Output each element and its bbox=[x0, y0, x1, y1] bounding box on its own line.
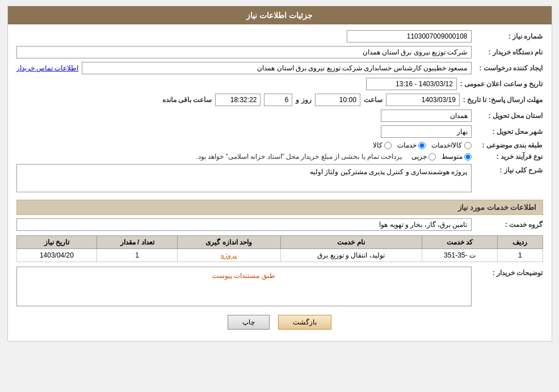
category-kala-khadamat-radio[interactable] bbox=[464, 142, 472, 149]
buyer-notes-row: توضیحات خریدار : طبق مستندات پیوست bbox=[16, 267, 543, 306]
cell-service-code: ت -35-351 bbox=[422, 249, 498, 262]
service-group-label: گروه خدمت : bbox=[475, 221, 543, 229]
announce-label: تاریخ و ساعت اعلان عمومی : bbox=[460, 80, 543, 88]
page-header: جزئیات اطلاعات نیاز bbox=[8, 6, 552, 24]
purchase-type-jozi-radio[interactable] bbox=[428, 153, 436, 161]
purchase-type-radio-group: متوسط جزیی bbox=[411, 153, 472, 161]
buyer-notes-label: توضیحات خریدار : bbox=[475, 267, 543, 277]
purchase-type-motavaset-label: متوسط bbox=[442, 153, 463, 161]
buyer-notes-box: طبق مستندات پیوست bbox=[16, 267, 472, 306]
purchase-type-motavaset-radio[interactable] bbox=[464, 153, 472, 161]
announce-value: 1403/03/12 - 13:16 bbox=[366, 78, 457, 90]
page-title: جزئیات اطلاعات نیاز bbox=[246, 11, 313, 20]
col-qty: تعداد / مقدار bbox=[97, 236, 178, 249]
delivery-province-row: استان محل تحویل : همدان bbox=[16, 109, 543, 122]
buyer-notes-placeholder-text: طبق مستندات پیوست bbox=[19, 269, 469, 282]
category-kala-khadamat-label: کالا/خدمات bbox=[431, 141, 462, 149]
delivery-province-value: همدان bbox=[381, 109, 472, 122]
expire-row: مهلت ارسال پاسخ: تا تاریخ : 1403/03/19 س… bbox=[16, 94, 543, 106]
need-number-label: شماره نیاز : bbox=[475, 32, 543, 40]
services-table-section: ردیف کد خدمت نام خدمت واحد اندازه گیری ت… bbox=[16, 235, 543, 262]
table-row: 1ت -35-351تولید، انتقال و توزیع برقپروژه… bbox=[16, 249, 543, 262]
services-table: ردیف کد خدمت نام خدمت واحد اندازه گیری ت… bbox=[16, 235, 543, 262]
description-textarea[interactable] bbox=[16, 164, 472, 192]
need-number-value: 1103007009000108 bbox=[347, 30, 472, 43]
col-unit: واحد اندازه گیری bbox=[178, 236, 281, 249]
category-khadamat[interactable]: خدمات bbox=[397, 141, 426, 149]
purchase-type-row: نوع فرآیند خرید : متوسط جزیی پرداخت تمام… bbox=[16, 153, 543, 161]
creator-name-value: مسعود خطیبون کارشناس حسابداری شرکت توزیع… bbox=[82, 62, 471, 74]
purchase-type-label: نوع فرآیند خرید : bbox=[475, 153, 543, 161]
need-number-row: شماره نیاز : 1103007009000108 bbox=[16, 30, 543, 43]
category-khadamat-radio[interactable] bbox=[418, 142, 426, 149]
expire-days-value: 6 bbox=[264, 94, 292, 106]
button-row: بازگشت چاپ bbox=[16, 315, 543, 330]
announcement-row: تاریخ و ساعت اعلان عمومی : 1403/03/12 - … bbox=[16, 78, 543, 90]
creator-contact-link[interactable]: اطلاعات تماس خریدار bbox=[16, 64, 79, 72]
description-label: شرح کلی نیاز : bbox=[475, 164, 543, 174]
expire-clock-value: 18:32:22 bbox=[215, 94, 260, 106]
purchase-type-jozi[interactable]: جزیی bbox=[411, 153, 436, 161]
delivery-province-label: استان محل تحویل : bbox=[475, 112, 543, 120]
main-container: جزئیات اطلاعات نیاز شماره نیاز : 1103007… bbox=[7, 6, 552, 342]
purchase-type-note: پرداخت تمام یا بخشی از مبلغ خریدار محل "… bbox=[196, 153, 402, 161]
buyer-notes-content: طبق مستندات پیوست bbox=[16, 267, 472, 306]
category-label: طبقه بندی موضوعی : bbox=[475, 141, 543, 149]
category-khadamat-label: خدمات bbox=[397, 141, 417, 149]
delivery-city-label: شهر محل تحویل : bbox=[475, 128, 543, 136]
col-date: تاریخ نیاز bbox=[16, 236, 97, 249]
purchase-type-jozi-label: جزیی bbox=[411, 153, 427, 161]
col-service-code: کد خدمت bbox=[422, 236, 498, 249]
category-kala[interactable]: کالا bbox=[373, 141, 392, 149]
content-area: شماره نیاز : 1103007009000108 نام دستگاه… bbox=[8, 24, 552, 341]
delivery-city-row: شهر محل تحویل : بهار bbox=[16, 125, 543, 138]
services-section-title: اطلاعات خدمات مورد نیاز bbox=[16, 200, 543, 215]
category-row: طبقه بندی موضوعی : کالا/خدمات خدمات کالا bbox=[16, 141, 543, 149]
back-button[interactable]: بازگشت bbox=[278, 315, 331, 330]
service-group-row: گروه خدمت : تامین برق، گاز، بخار و تهویه… bbox=[16, 218, 543, 231]
expire-days-label: روز و bbox=[296, 96, 311, 104]
expire-time-label: ساعت bbox=[364, 96, 383, 104]
creator-label: ایجاد کننده درخواست : bbox=[475, 64, 543, 72]
buyer-org-label: نام دستگاه خریدار : bbox=[475, 48, 543, 56]
expire-label: مهلت ارسال پاسخ: تا تاریخ : bbox=[463, 96, 543, 104]
creator-row: ایجاد کننده درخواست : مسعود خطیبون کارشن… bbox=[16, 62, 543, 74]
cell-qty: 1 bbox=[97, 249, 178, 262]
category-radio-group: کالا/خدمات خدمات کالا bbox=[373, 141, 471, 149]
col-service-name: نام خدمت bbox=[280, 236, 422, 249]
buyer-org-row: نام دستگاه خریدار : شرکت توزیع نیروی برق… bbox=[16, 46, 543, 58]
buyer-org-value: شرکت توزیع نیروی برق استان همدان bbox=[16, 46, 472, 58]
expire-date-value: 1403/03/19 bbox=[386, 94, 460, 106]
purchase-type-motavaset[interactable]: متوسط bbox=[442, 153, 472, 161]
col-row-num: ردیف bbox=[498, 236, 543, 249]
cell-service-name: تولید، انتقال و توزیع برق bbox=[280, 249, 422, 262]
print-button[interactable]: چاپ bbox=[228, 315, 270, 330]
category-kala-label: کالا bbox=[373, 141, 383, 149]
category-kala-khadamat[interactable]: کالا/خدمات bbox=[431, 141, 471, 149]
delivery-city-value: بهار bbox=[381, 125, 472, 138]
cell-row-num: 1 bbox=[498, 249, 543, 262]
service-group-value: تامین برق، گاز، بخار و تهویه هوا bbox=[16, 218, 472, 231]
expire-time-value: 10:00 bbox=[315, 94, 360, 106]
category-kala-radio[interactable] bbox=[384, 142, 392, 149]
description-row: شرح کلی نیاز : bbox=[16, 164, 543, 194]
cell-unit[interactable]: پروژه bbox=[178, 249, 281, 262]
cell-date: 1403/04/20 bbox=[16, 249, 97, 262]
expire-clock-label: ساعت باقی مانده bbox=[162, 96, 212, 104]
